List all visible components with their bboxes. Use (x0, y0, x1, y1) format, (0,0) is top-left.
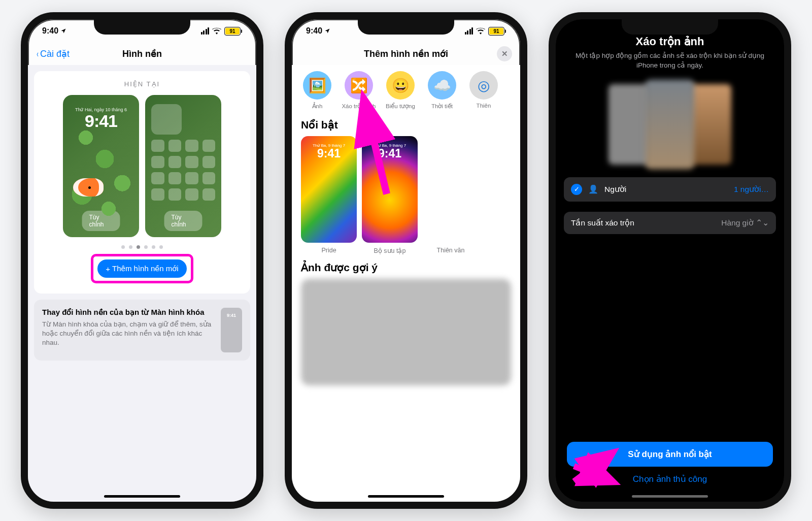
sheet-header: Thêm hình nền mới ✕ (292, 43, 520, 65)
category-Thiên[interactable]: ◎ Thiên (464, 71, 503, 110)
annotation-arrow (359, 103, 399, 201)
close-icon: ✕ (501, 49, 508, 58)
annotation-arrow-2 (564, 451, 620, 494)
person-icon: 👤 (588, 184, 598, 194)
featured-label: Bộ sưu tập (362, 247, 418, 254)
tip-body: Từ Màn hình khóa của bạn, chạm và giữ để… (42, 320, 214, 348)
home-indicator[interactable] (632, 495, 708, 498)
chevron-updown-icon: ⌃⌄ (756, 218, 769, 227)
wifi-icon (212, 27, 221, 35)
tip-card: Thay đổi hình nền của bạn từ Màn hình kh… (34, 300, 250, 361)
battery-icon: 91 (488, 27, 506, 36)
category-icon: ◎ (469, 71, 498, 100)
tip-mini-preview: 9:41 (221, 308, 242, 352)
category-label: Ảnh (298, 103, 336, 110)
back-button[interactable]: ‹ Cài đặt (36, 48, 70, 59)
category-icon: ☁️ (428, 71, 456, 100)
featured-row[interactable]: Thứ Ba, 9 tháng 79:41 Pride Thứ Ba, 9 th… (292, 136, 520, 254)
phone-2-add-wallpaper: 9:40 91 Thêm hình nền mới ✕ 🖼️ (285, 12, 527, 509)
featured-Thiên văn[interactable]: Thứ Ba, 9 tháng 79:41 Thiên văn (423, 136, 479, 254)
add-wallpaper-button[interactable]: + Thêm hình nền mới (97, 259, 186, 278)
featured-label: Thiên văn (423, 247, 479, 254)
homescreen-preview[interactable]: Tùy chỉnh (145, 95, 221, 237)
suggested-photo-blur[interactable] (301, 279, 511, 385)
notch (622, 18, 718, 35)
svg-line-0 (366, 110, 387, 194)
notch (358, 18, 454, 35)
sheet-title: Thêm hình nền mới (364, 48, 448, 59)
home-indicator[interactable] (368, 495, 444, 498)
wifi-icon (476, 27, 485, 35)
category-icon: 😀 (386, 71, 415, 100)
status-time: 9:40 (42, 26, 58, 36)
suggested-heading: Ảnh được gợi ý (292, 254, 520, 279)
tip-title: Thay đổi hình nền của bạn từ Màn hình kh… (42, 308, 214, 317)
nav-header: ‹ Cài đặt Hình nền (28, 43, 256, 65)
highlight-add-wallpaper: + Thêm hình nền mới (91, 254, 193, 283)
category-label: Thời tiết (423, 103, 461, 110)
featured-label: Pride (301, 247, 357, 254)
category-Ảnh[interactable]: 🖼️ Ảnh (298, 71, 336, 110)
category-label: Thiên (464, 103, 503, 109)
status-time: 9:40 (306, 26, 322, 36)
featured-Pride[interactable]: Thứ Ba, 9 tháng 79:41 Pride (301, 136, 357, 254)
current-wallpaper-card: HIỆN TẠI Thứ Hai, ngày 10 tháng 69:41 Tù… (34, 71, 250, 294)
shuffle-previews (556, 80, 784, 169)
category-icon: 🖼️ (303, 71, 331, 100)
signal-icon (465, 27, 473, 35)
people-filter-row[interactable]: ✓ 👤 Người 1 người… (564, 177, 776, 202)
current-label: HIỆN TẠI (41, 80, 243, 88)
frequency-value: Hàng giờ ⌃⌄ (721, 218, 769, 227)
chevron-left-icon: ‹ (37, 49, 39, 59)
clownfish-art (73, 178, 104, 197)
phone-3-shuffle-setup: Xáo trộn ảnh Một tập hợp động gồm các ản… (549, 12, 791, 509)
preview-2 (646, 80, 694, 169)
signal-icon (201, 27, 210, 35)
featured-heading: Nổi bật (292, 112, 520, 136)
customize-lock-button[interactable]: Tùy chỉnh (82, 211, 120, 231)
close-button[interactable]: ✕ (497, 46, 512, 61)
plus-icon: + (106, 265, 110, 273)
category-Thời tiết[interactable]: ☁️ Thời tiết (423, 71, 461, 110)
page-title: Hình nền (122, 48, 162, 59)
category-row[interactable]: 🖼️ Ảnh🔀 Xáo trộn ảnh😀 Biểu tượng☁️ Thời … (292, 65, 520, 112)
people-label: Người (604, 185, 626, 194)
notch (94, 18, 190, 35)
back-label: Cài đặt (40, 48, 70, 59)
customize-home-button[interactable]: Tùy chỉnh (164, 211, 202, 231)
category-icon: 🔀 (345, 71, 373, 100)
check-icon: ✓ (571, 184, 582, 195)
location-icon (60, 28, 66, 34)
home-indicator[interactable] (104, 495, 180, 498)
people-value: 1 người… (734, 185, 769, 194)
frequency-label: Tần suất xáo trộn (571, 218, 634, 227)
lockscreen-preview[interactable]: Thứ Hai, ngày 10 tháng 69:41 Tùy chỉnh (63, 95, 139, 237)
battery-icon: 91 (224, 27, 242, 36)
frequency-row[interactable]: Tần suất xáo trộn Hàng giờ ⌃⌄ (564, 212, 776, 234)
phone-1-settings-wallpaper: 9:40 91 ‹ Cài đặt Hình nền (21, 12, 263, 509)
shuffle-title: Xáo trộn ảnh (556, 35, 784, 48)
page-dots (41, 245, 243, 249)
shuffle-sub: Một tập hợp động gồm các ảnh sẽ xáo trộn… (556, 51, 784, 71)
location-icon (324, 28, 330, 34)
